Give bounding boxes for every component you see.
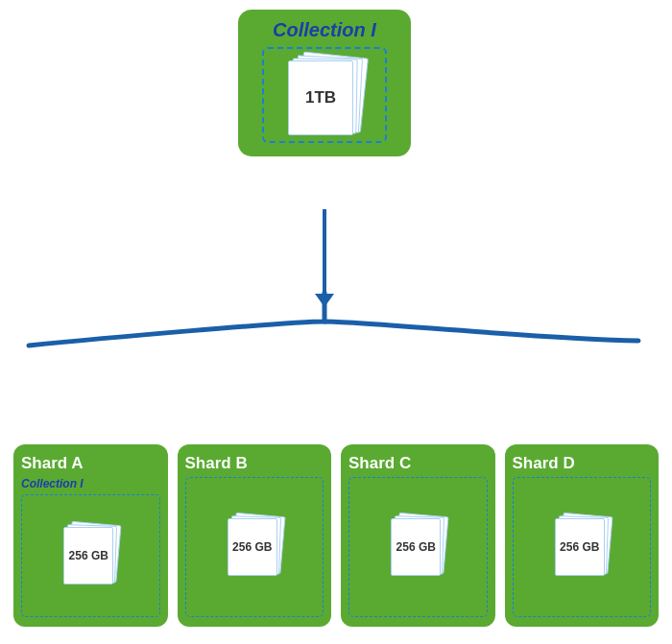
shard-d-title: Shard D	[513, 454, 575, 473]
shard-a-docs-wrapper: 256 GB	[21, 494, 160, 617]
shard-b-title: Shard B	[185, 454, 248, 473]
shard-c-doc-front: 256 GB	[391, 518, 441, 576]
shard-b-docs-wrapper: 256 GB	[185, 477, 324, 617]
shard-c-doc-stack: 256 GB	[389, 514, 446, 580]
top-collection-box: Collection I 1TB	[238, 10, 411, 156]
shards-row: Shard A Collection I 256 GB Shard B	[13, 444, 659, 627]
shard-box-c: Shard C 256 GB	[341, 444, 495, 627]
shard-a-doc-stack: 256 GB	[61, 523, 119, 588]
shard-box-a: Shard A Collection I 256 GB	[13, 444, 168, 627]
shard-d-doc-front: 256 GB	[555, 518, 605, 576]
shard-c-docs-wrapper: 256 GB	[348, 477, 488, 617]
shard-a-doc-front: 256 GB	[63, 527, 113, 584]
shard-d-doc-stack: 256 GB	[553, 514, 611, 580]
shard-b-doc-stack: 256 GB	[226, 514, 283, 580]
diagram-container: Collection I 1TB Shard A Collection I	[0, 0, 672, 644]
shard-box-b: Shard B 256 GB	[178, 444, 332, 627]
doc-page-front: 1TB	[288, 60, 353, 135]
shard-a-title: Shard A	[21, 454, 84, 473]
collection-title: Collection I	[273, 19, 376, 41]
shard-a-collection-label: Collection I	[21, 477, 84, 490]
docs-stack-wrapper: 1TB	[262, 47, 387, 143]
shard-box-d: Shard D 256 GB	[505, 444, 660, 627]
curved-line-svg	[0, 283, 672, 360]
shard-d-docs-wrapper: 256 GB	[513, 477, 652, 617]
doc-stack: 1TB	[286, 55, 363, 136]
shard-c-title: Shard C	[348, 454, 411, 473]
shard-b-doc-front: 256 GB	[228, 518, 277, 576]
